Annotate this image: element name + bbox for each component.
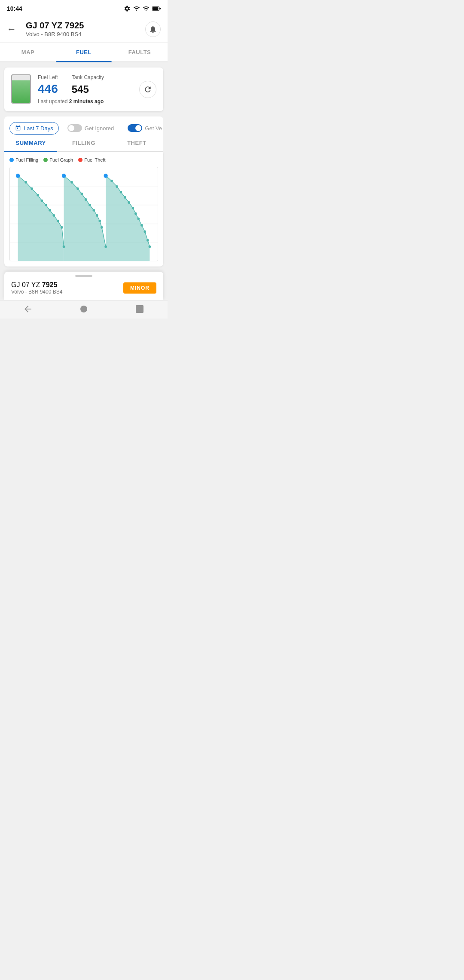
bottom-vehicle-id: GJ 07 YZ 7925 (11, 281, 62, 289)
legend-dot-theft (78, 158, 82, 162)
svg-point-37 (124, 196, 126, 199)
minor-badge[interactable]: MINOR (123, 282, 156, 294)
vehicle-toggle-switch[interactable] (128, 124, 142, 132)
svg-point-42 (140, 224, 143, 227)
tank-capacity-value: 545 (72, 83, 89, 95)
vehicle-subtitle: Volvo - B8R 9400 BS4 (26, 31, 140, 37)
vehicle-toggle-chip[interactable]: Get Ve (122, 122, 163, 135)
header: ← GJ 07 YZ 7925 Volvo - B8R 9400 BS4 (0, 15, 168, 43)
ignored-toggle-switch[interactable] (67, 124, 82, 132)
bottom-row: GJ 07 YZ 7925 Volvo - B8R 9400 BS4 MINOR (11, 281, 156, 295)
svg-point-41 (137, 217, 140, 220)
nav-home[interactable] (79, 304, 89, 314)
date-filter-chip[interactable]: Last 7 Days (9, 122, 59, 135)
sub-tab-theft[interactable]: THEFT (110, 135, 163, 151)
bottom-sheet: GJ 07 YZ 7925 Volvo - B8R 9400 BS4 MINOR (4, 272, 163, 300)
svg-point-19 (49, 209, 51, 211)
nav-back-icon (23, 304, 33, 314)
svg-point-23 (63, 245, 65, 248)
svg-point-46 (80, 306, 87, 312)
fuel-labels: Fuel Left Tank Capacity (38, 74, 134, 80)
svg-point-33 (104, 245, 107, 248)
tab-map[interactable]: MAP (0, 43, 56, 61)
legend-label-filling: Fuel Filling (15, 157, 38, 162)
bottom-vehicle-info: GJ 07 YZ 7925 Volvo - B8R 9400 BS4 (11, 281, 62, 295)
legend-label-theft: Fuel Theft (84, 157, 105, 162)
svg-point-17 (41, 199, 43, 202)
fuel-updated: Last updated 2 minutes ago (38, 98, 134, 104)
svg-point-40 (134, 212, 137, 215)
fuel-gauge (11, 74, 31, 104)
fuel-left-value: 446 (38, 82, 58, 96)
status-icons (124, 5, 161, 12)
chart-container: Fuel Filling Fuel Graph Fuel Theft (4, 152, 163, 266)
sub-tab-filling[interactable]: FILLING (57, 135, 110, 151)
date-filter-label: Last 7 Days (24, 125, 53, 132)
fuel-updated-time: 2 minutes ago (69, 98, 104, 104)
svg-point-9 (16, 174, 20, 178)
legend-graph: Fuel Graph (43, 157, 73, 162)
battery-icon (152, 6, 161, 11)
fuel-card: Fuel Left Tank Capacity 446 545 Last upd… (4, 67, 163, 111)
fuel-chart (9, 167, 158, 261)
svg-point-32 (101, 226, 103, 229)
nav-recents-icon (134, 304, 145, 314)
bell-icon (149, 25, 157, 34)
fuel-fill-level (12, 80, 30, 103)
notification-button[interactable] (145, 21, 161, 37)
main-tabs: MAP FUEL FAULTS (0, 43, 168, 62)
filter-bar: Last 7 Days Get Ignored Get Ve (4, 116, 163, 135)
tab-faults[interactable]: FAULTS (112, 43, 168, 61)
svg-point-43 (143, 230, 146, 233)
svg-point-27 (85, 198, 87, 201)
vehicle-label: Get Ve (145, 125, 162, 132)
nav-back[interactable] (23, 304, 33, 314)
signal-icon (143, 5, 150, 12)
svg-point-39 (132, 207, 134, 209)
legend-label-graph: Fuel Graph (49, 157, 73, 162)
refresh-button[interactable] (139, 81, 156, 98)
header-title-area: GJ 07 YZ 7925 Volvo - B8R 9400 BS4 (26, 21, 140, 37)
svg-point-14 (24, 181, 27, 184)
svg-point-25 (76, 187, 79, 190)
svg-point-22 (61, 226, 63, 229)
legend-dot-filling (9, 158, 14, 162)
fuel-left-label: Fuel Left (38, 74, 58, 80)
svg-point-36 (120, 191, 122, 193)
svg-point-13 (104, 174, 107, 178)
ignored-toggle-chip[interactable]: Get Ignored (62, 122, 119, 135)
fuel-info: Fuel Left Tank Capacity 446 545 Last upd… (38, 74, 134, 104)
svg-point-16 (37, 194, 39, 196)
svg-point-11 (62, 174, 66, 178)
svg-point-31 (98, 220, 101, 222)
sub-tabs: SUMMARY FILLING THEFT (4, 135, 163, 152)
svg-point-29 (92, 209, 95, 211)
refresh-icon (143, 85, 152, 94)
calendar-icon (15, 125, 21, 131)
svg-rect-1 (153, 7, 158, 10)
vehicle-title: GJ 07 YZ 7925 (26, 21, 140, 31)
tab-fuel[interactable]: FUEL (56, 43, 112, 61)
status-bar: 10:44 (0, 0, 168, 15)
nav-bar (0, 300, 168, 318)
legend-dot-graph (43, 158, 48, 162)
svg-point-20 (52, 214, 55, 217)
wifi-icon (133, 5, 140, 12)
svg-point-28 (89, 204, 91, 206)
bottom-handle (75, 275, 92, 277)
svg-point-24 (70, 181, 73, 184)
svg-rect-47 (136, 305, 143, 313)
legend-theft: Fuel Theft (78, 157, 105, 162)
sub-tab-summary[interactable]: SUMMARY (4, 135, 57, 151)
svg-point-26 (81, 193, 83, 195)
legend-filling: Fuel Filling (9, 157, 38, 162)
ignored-label: Get Ignored (85, 125, 114, 132)
svg-point-18 (45, 204, 47, 206)
nav-recents[interactable] (134, 304, 145, 314)
bottom-vehicle-subtitle: Volvo - B8R 9400 BS4 (11, 289, 62, 295)
vehicle-toggle-knob (135, 125, 141, 131)
back-button[interactable]: ← (7, 24, 21, 35)
tank-capacity-label: Tank Capacity (72, 74, 104, 80)
nav-home-icon (79, 304, 89, 314)
settings-icon (124, 5, 131, 12)
